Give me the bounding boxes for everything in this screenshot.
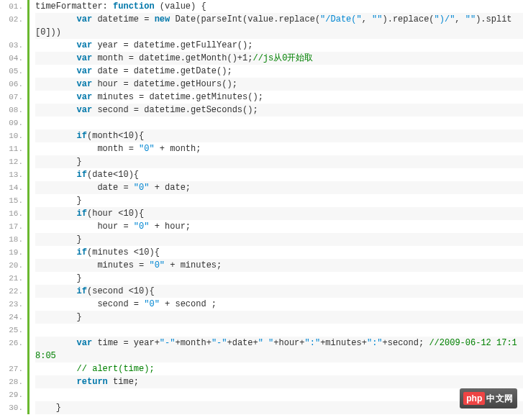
token-plain: +month+ (175, 338, 211, 348)
token-plain: (minutes <10){ (87, 247, 160, 257)
code-line: } (35, 233, 523, 246)
token-plain: +hour+ (273, 338, 304, 348)
code-line (35, 117, 523, 129)
token-keyword: if (77, 209, 87, 219)
line-number: 29. (0, 388, 23, 401)
token-plain: } (35, 312, 82, 322)
code-line: } (35, 155, 523, 168)
code-text: month = "0" + month; (35, 142, 523, 155)
code-text: hour = "0" + hour; (35, 220, 523, 233)
code-text: if(date<10){ (35, 168, 523, 181)
token-keyword: var (77, 66, 93, 76)
token-string: "0" (149, 260, 165, 270)
code-text: second = "0" + second ; (35, 298, 523, 311)
code-line: var year = datetime.getFullYear(); (35, 39, 523, 52)
token-plain: month = datetime.getMonth()+1; (92, 53, 253, 63)
token-plain: (date<10){ (87, 170, 139, 180)
logo-part2: 中文网 (486, 393, 514, 405)
token-plain: datetime = (92, 14, 154, 24)
code-text: timeFormatter: function (value) { (35, 0, 523, 13)
token-plain: } (35, 157, 82, 167)
token-plain: date = (35, 183, 134, 193)
code-text: if(hour <10){ (35, 207, 523, 220)
code-text: date = "0" + date; (35, 181, 523, 194)
token-string: "0" (134, 222, 150, 232)
line-number: 14. (0, 181, 23, 194)
code-text: if(second <10){ (35, 285, 523, 298)
token-plain: } (35, 234, 82, 245)
token-plain (35, 53, 77, 63)
token-string: ":" (367, 338, 383, 348)
code-line: date = "0" + date; (35, 181, 523, 194)
line-number: 25. (0, 324, 23, 337)
token-plain (35, 66, 77, 76)
code-line: var second = datetime.getSeconds(); (35, 104, 523, 117)
token-plain: } (35, 403, 61, 413)
token-plain: +second; (383, 338, 429, 348)
token-keyword: if (77, 286, 87, 296)
token-plain: + month; (155, 144, 201, 154)
line-number: 18. (0, 233, 23, 246)
token-plain: + second ; (160, 299, 217, 309)
token-plain: month = (35, 144, 139, 154)
code-line: if(date<10){ (35, 168, 523, 181)
token-plain (35, 286, 77, 296)
line-number: 19. (0, 246, 23, 259)
line-number: 13. (0, 168, 23, 181)
line-number: 15. (0, 194, 23, 207)
line-number: 04. (0, 52, 23, 65)
code-content[interactable]: timeFormatter: function (value) { var da… (29, 0, 523, 414)
token-plain: (hour <10){ (87, 209, 144, 219)
code-line: } (35, 272, 523, 285)
token-keyword: if (77, 247, 87, 257)
line-number: 16. (0, 207, 23, 220)
token-keyword: var (77, 14, 93, 24)
token-plain: ).replace( (383, 14, 435, 24)
token-plain: timeFormatter: (35, 1, 113, 12)
token-string: "" (465, 14, 476, 24)
code-text: var datetime = new Date(parseInt(value.r… (35, 13, 523, 39)
token-plain (35, 209, 77, 219)
code-text: var second = datetime.getSeconds(); (35, 104, 523, 117)
token-plain: } (35, 196, 82, 206)
token-plain (35, 338, 77, 348)
line-number: 11. (0, 142, 23, 155)
code-line: // alert(time); (35, 362, 523, 375)
code-text: } (35, 401, 523, 414)
token-string: "/Date(" (320, 14, 362, 24)
token-keyword: var (77, 105, 93, 115)
line-number: 12. (0, 155, 23, 168)
line-number: 07. (0, 91, 23, 104)
token-plain (35, 170, 77, 180)
watermark-logo: php 中文网 (460, 388, 517, 408)
token-plain: (second <10){ (87, 286, 155, 296)
token-plain: + date; (149, 183, 191, 193)
code-text: if(month<10){ (35, 129, 523, 142)
token-string: ":" (305, 338, 321, 348)
code-line (35, 324, 523, 337)
line-number: 27. (0, 362, 23, 375)
token-keyword: function (113, 1, 155, 12)
code-line: return time; (35, 375, 523, 388)
token-plain (35, 105, 77, 115)
token-plain: (value) { (155, 1, 206, 12)
line-number: 20. (0, 259, 23, 272)
code-text: var date = datetime.getDate(); (35, 65, 523, 78)
line-number: 17. (0, 220, 23, 233)
token-string: "0" (144, 299, 160, 309)
token-keyword: return (77, 377, 108, 387)
code-text: var hour = datetime.getHours(); (35, 78, 523, 91)
code-text: } (35, 311, 523, 324)
token-plain (35, 131, 77, 141)
token-plain: minutes = (35, 260, 149, 270)
line-number: 26. (0, 337, 23, 362)
token-plain (35, 92, 77, 102)
code-line: } (35, 194, 523, 207)
code-text: if(minutes <10){ (35, 246, 523, 259)
line-number: 09. (0, 117, 23, 129)
code-text: minutes = "0" + minutes; (35, 259, 523, 272)
token-keyword: var (77, 79, 93, 89)
token-keyword: new (155, 14, 170, 24)
token-plain: date = datetime.getDate(); (92, 66, 232, 76)
code-text: } (35, 272, 523, 285)
